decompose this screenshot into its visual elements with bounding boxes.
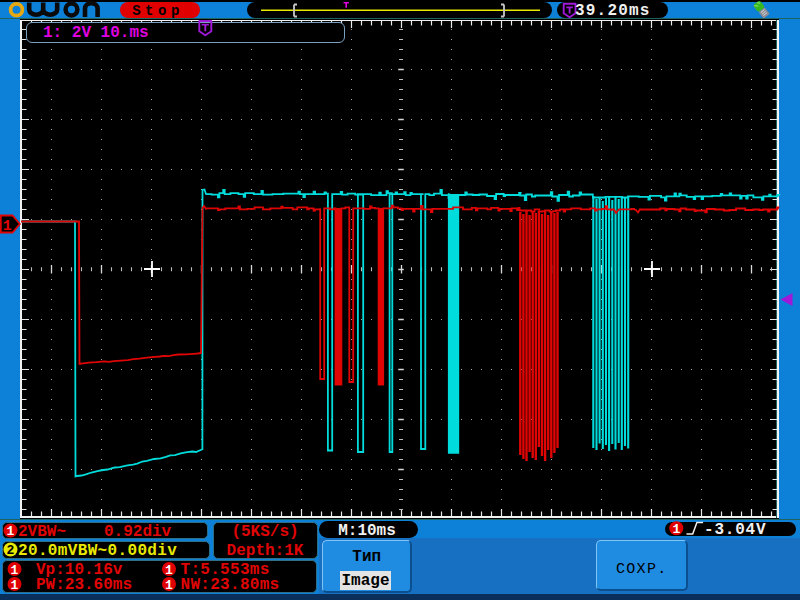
svg-text:2: 2	[7, 543, 15, 558]
svg-text:1: 1	[11, 578, 19, 593]
svg-text:1: 1	[11, 563, 19, 578]
svg-text:1: 1	[7, 524, 15, 539]
svg-text:1: 1	[672, 522, 680, 537]
svg-text:1: 1	[165, 563, 173, 578]
svg-text:1: 1	[165, 578, 173, 593]
